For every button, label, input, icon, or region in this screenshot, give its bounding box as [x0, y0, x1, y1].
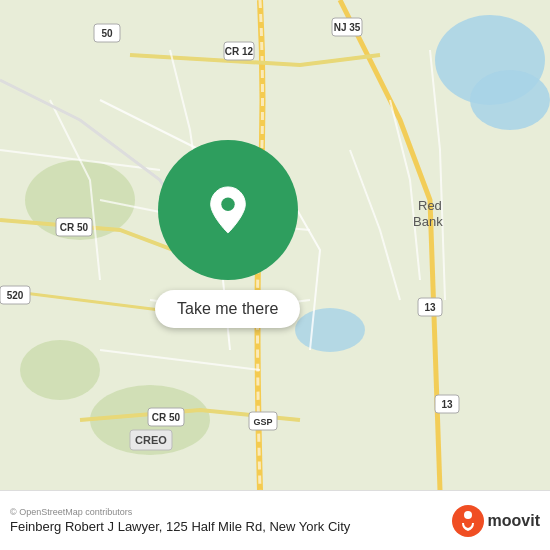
- svg-text:CR 50: CR 50: [152, 412, 181, 423]
- svg-point-3: [295, 308, 365, 352]
- svg-point-33: [464, 511, 472, 519]
- moovit-logo: moovit: [452, 505, 540, 537]
- svg-text:NJ 35: NJ 35: [334, 22, 361, 33]
- moovit-icon: [452, 505, 484, 537]
- svg-text:50: 50: [101, 28, 113, 39]
- svg-text:CREO: CREO: [135, 434, 167, 446]
- svg-text:13: 13: [424, 302, 436, 313]
- location-pin-icon: [208, 185, 248, 235]
- svg-point-2: [470, 70, 550, 130]
- map-callout: Take me there: [155, 140, 300, 328]
- svg-text:CR 12: CR 12: [225, 46, 254, 57]
- svg-point-32: [452, 505, 484, 537]
- svg-text:520: 520: [7, 290, 24, 301]
- svg-point-6: [20, 340, 100, 400]
- destination-circle: [158, 140, 298, 280]
- place-name: Feinberg Robert J Lawyer, 125 Half Mile …: [10, 519, 350, 534]
- map-container: Red Bank 50 CR 12 NJ 35 CR 50 520 CR 50 …: [0, 0, 550, 490]
- take-me-there-button[interactable]: Take me there: [155, 290, 300, 328]
- info-bar: © OpenStreetMap contributors Feinberg Ro…: [0, 490, 550, 550]
- svg-text:Red: Red: [418, 198, 442, 213]
- svg-text:13: 13: [441, 399, 453, 410]
- svg-text:Bank: Bank: [413, 214, 443, 229]
- svg-point-31: [221, 198, 234, 211]
- svg-text:GSP: GSP: [253, 417, 272, 427]
- info-text-block: © OpenStreetMap contributors Feinberg Ro…: [10, 507, 350, 534]
- moovit-text: moovit: [488, 512, 540, 530]
- map-attribution: © OpenStreetMap contributors: [10, 507, 350, 517]
- svg-text:CR 50: CR 50: [60, 222, 89, 233]
